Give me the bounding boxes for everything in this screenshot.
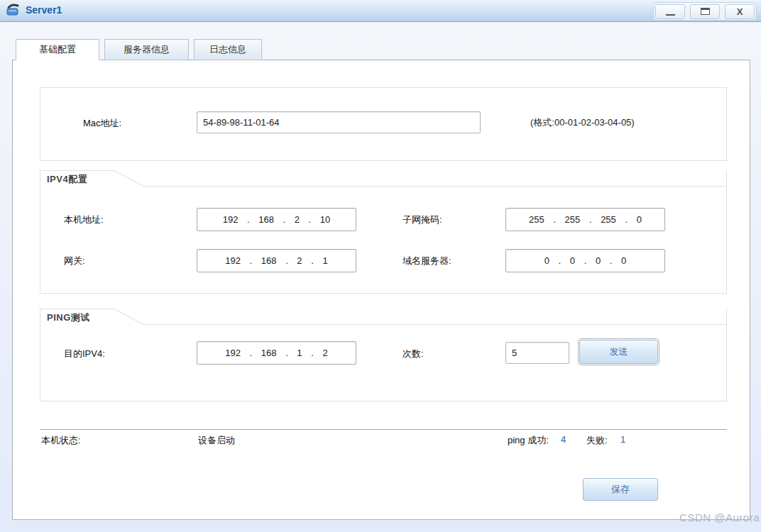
host-address-input[interactable]: 192 . 168 . 2 . 10 xyxy=(197,208,356,231)
close-icon: X xyxy=(737,6,743,17)
gateway-input[interactable]: 192 . 168 . 2 . 1 xyxy=(197,249,356,272)
ping-section-title: PING测试 xyxy=(47,311,90,324)
ipv4-groupbox: IPV4配置 本机地址: 192 . 168 . 2 . 10 子网掩码: 25… xyxy=(40,171,727,294)
status-separator xyxy=(40,429,727,430)
ping-count-input[interactable] xyxy=(505,342,569,364)
window-controls: X xyxy=(653,2,757,21)
watermark: CSDN @Aurora xyxy=(679,511,760,523)
ipv4-section-title: IPV4配置 xyxy=(47,173,87,186)
dns-server-label: 域名服务器: xyxy=(403,255,451,267)
ping-success-label: ping 成功: xyxy=(508,434,549,447)
groupbox-border xyxy=(114,170,143,186)
maximize-button[interactable] xyxy=(690,4,720,19)
mac-groupbox: Mac地址: (格式:00-01-02-03-04-05) xyxy=(40,87,727,161)
ping-dest-label: 目的IPV4: xyxy=(64,348,105,360)
host-status-value: 设备启动 xyxy=(198,434,235,447)
tab-server-info[interactable]: 服务器信息 xyxy=(104,39,189,60)
groupbox-border xyxy=(40,309,115,309)
ping-groupbox: PING测试 目的IPV4: 192 . 168 . 1 . 2 次数: 发送 xyxy=(40,309,727,401)
subnet-mask-label: 子网掩码: xyxy=(403,214,442,226)
tab-log-info[interactable]: 日志信息 xyxy=(194,39,262,60)
mac-format-hint: (格式:00-01-02-03-04-05) xyxy=(530,116,635,129)
ping-fail-value: 1 xyxy=(620,434,625,445)
groupbox-border xyxy=(143,324,727,325)
close-button[interactable]: X xyxy=(725,4,755,19)
gateway-label: 网关: xyxy=(64,255,85,267)
dns-server-input[interactable]: 0 . 0 . 0 . 0 xyxy=(505,249,665,272)
minimize-button[interactable] xyxy=(655,4,685,19)
tab-label: 日志信息 xyxy=(209,44,246,55)
subnet-mask-input[interactable]: 255 . 255 . 255 . 0 xyxy=(505,208,665,231)
send-button[interactable]: 发送 xyxy=(579,340,658,364)
ping-count-label: 次数: xyxy=(403,348,424,360)
tab-bar: 基础配置 服务器信息 日志信息 xyxy=(16,39,262,60)
titlebar: Server1 X xyxy=(0,0,761,22)
tab-basic-config[interactable]: 基础配置 xyxy=(16,39,99,60)
groupbox-border xyxy=(143,186,727,187)
ping-dest-input[interactable]: 192 . 168 . 1 . 2 xyxy=(197,341,356,365)
host-status-label: 本机状态: xyxy=(41,434,81,447)
mac-label: Mac地址: xyxy=(83,117,121,130)
window-title: Server1 xyxy=(26,4,62,16)
ping-success-value: 4 xyxy=(561,434,566,445)
server-icon xyxy=(6,3,21,18)
tab-label: 服务器信息 xyxy=(124,44,170,55)
tab-label: 基础配置 xyxy=(39,44,76,55)
maximize-icon xyxy=(701,8,710,15)
host-address-label: 本机地址: xyxy=(64,214,104,226)
save-button[interactable]: 保存 xyxy=(583,478,658,501)
ping-fail-label: 失败: xyxy=(586,434,608,447)
minimize-icon xyxy=(666,14,675,16)
basic-config-panel: Mac地址: (格式:00-01-02-03-04-05) IPV4配置 本机地… xyxy=(12,60,750,520)
groupbox-border xyxy=(114,309,143,324)
mac-input[interactable] xyxy=(197,111,481,133)
groupbox-border xyxy=(40,170,115,171)
